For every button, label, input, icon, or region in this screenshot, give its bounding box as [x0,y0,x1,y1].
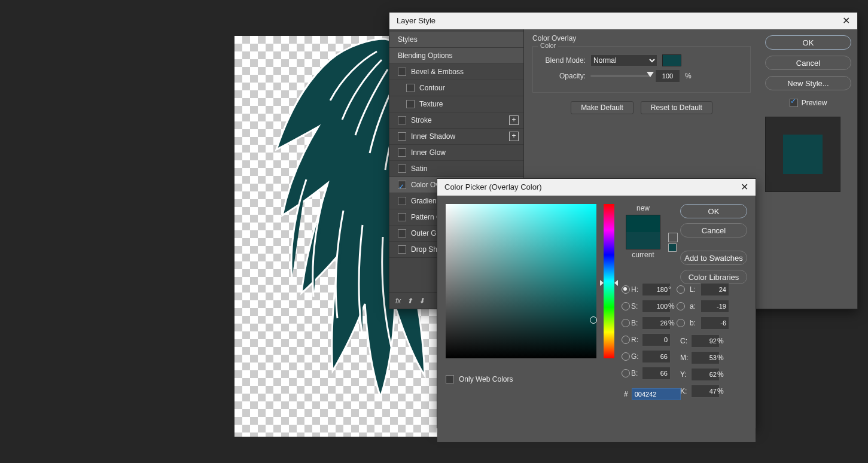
checkbox-icon[interactable] [398,148,406,157]
color-group: Color Blend Mode: Normal Opacity: % [532,46,751,93]
checkbox-icon[interactable] [398,245,406,254]
color-picker-dialog: Color Picker (Overlay Color) ✕ Only Web … [437,178,756,428]
color-field[interactable] [446,204,596,358]
checkbox-icon[interactable] [398,165,406,173]
r-input[interactable] [642,333,671,346]
overlay-color-swatch[interactable] [662,54,681,66]
bhsv-input[interactable] [642,316,671,330]
m-input[interactable] [691,351,720,364]
a-input[interactable] [701,300,729,313]
close-icon[interactable]: ✕ [842,13,850,29]
only-web-colors-label: Only Web Colors [459,375,513,383]
color-picker-title-bar[interactable]: Color Picker (Overlay Color) ✕ [437,179,756,196]
color-group-label: Color [538,42,558,49]
checkbox-icon[interactable] [398,197,406,205]
h-radio[interactable] [622,285,630,294]
blend-mode-label: Blend Mode: [540,56,586,65]
hue-marker-icon [600,280,618,286]
l-radio[interactable] [677,285,685,294]
new-color-swatch [626,215,660,232]
plus-icon[interactable]: + [509,132,519,141]
blab-input[interactable] [701,316,729,330]
opacity-slider[interactable] [590,75,650,77]
l-input[interactable] [701,283,729,296]
make-default-button[interactable]: Make Default [571,101,634,114]
styles-header[interactable]: Styles [389,32,523,48]
arrow-up-icon[interactable]: ⬆ [407,297,413,305]
fx-label: fx [395,297,401,305]
s-input[interactable] [642,300,671,313]
checkbox-icon[interactable] [398,132,406,141]
preview-box [765,117,840,192]
current-color-swatch [626,232,660,249]
layer-style-title-bar[interactable]: Layer Style ✕ [389,13,857,29]
new-current-swatch[interactable] [626,215,660,249]
opacity-unit: % [685,72,692,80]
preview-checkbox[interactable] [790,99,798,107]
arrow-down-icon[interactable]: ⬇ [419,297,425,305]
new-style-button[interactable]: New Style... [765,76,851,90]
g-radio[interactable] [622,352,630,361]
hex-label: # [624,390,628,398]
y-input[interactable] [691,368,720,381]
inner-glow-row[interactable]: Inner Glow [389,145,523,161]
preview-swatch [783,135,823,174]
cancel-button[interactable]: Cancel [765,56,851,70]
current-color-label: current [622,251,665,259]
bevel-emboss-row[interactable]: Bevel & Emboss [389,64,523,80]
r-radio[interactable] [622,336,630,344]
add-to-swatches-button[interactable]: Add to Swatches [680,251,747,265]
ok-button[interactable]: OK [680,204,747,218]
reset-default-button[interactable]: Reset to Default [641,101,712,114]
cancel-button[interactable]: Cancel [680,223,747,237]
gamut-warning-icon[interactable] [668,233,678,242]
blending-options-row[interactable]: Blending Options [389,48,523,64]
layer-style-right-column: OK Cancel New Style... Preview [759,29,857,309]
color-libraries-button[interactable]: Color Libraries [680,270,747,284]
websafe-swatch-icon[interactable] [668,243,677,252]
close-icon[interactable]: ✕ [741,179,748,196]
contour-row[interactable]: Contour [389,80,523,96]
plus-icon[interactable]: + [509,115,519,125]
color-picker-title: Color Picker (Overlay Color) [444,179,542,196]
c-input[interactable] [691,334,720,348]
slider-thumb-icon[interactable] [647,72,654,77]
hex-input[interactable] [632,388,681,400]
checkbox-icon[interactable] [398,213,406,221]
s-radio[interactable] [622,302,630,310]
checkbox-icon[interactable] [398,116,406,124]
checkbox-icon[interactable] [406,84,415,92]
brgb-input[interactable] [642,367,671,380]
color-field-marker-icon [590,316,597,324]
bhsv-radio[interactable] [622,319,630,327]
checkbox-icon[interactable] [398,229,406,237]
opacity-label: Opacity: [540,72,586,80]
checkbox-icon[interactable] [406,100,415,108]
checkbox-icon[interactable] [398,181,406,189]
h-input[interactable] [642,283,671,296]
a-radio[interactable] [677,302,685,310]
texture-row[interactable]: Texture [389,96,523,112]
checkbox-icon[interactable] [398,68,406,76]
satin-row[interactable]: Satin [389,161,523,177]
new-color-label: new [622,204,665,212]
layer-style-title: Layer Style [397,13,435,29]
g-input[interactable] [642,350,671,363]
brgb-radio[interactable] [622,369,630,377]
blab-radio[interactable] [677,319,685,327]
stroke-row[interactable]: Stroke+ [389,112,523,129]
only-web-colors-checkbox[interactable] [446,375,454,383]
section-title: Color Overlay [532,34,751,42]
hue-slider[interactable] [604,204,614,358]
inner-shadow-row[interactable]: Inner Shadow+ [389,129,523,145]
opacity-input[interactable] [655,69,680,83]
blend-mode-select[interactable]: Normal [590,54,657,66]
k-input[interactable] [691,385,720,398]
preview-label: Preview [802,99,827,107]
ok-button[interactable]: OK [765,35,851,50]
